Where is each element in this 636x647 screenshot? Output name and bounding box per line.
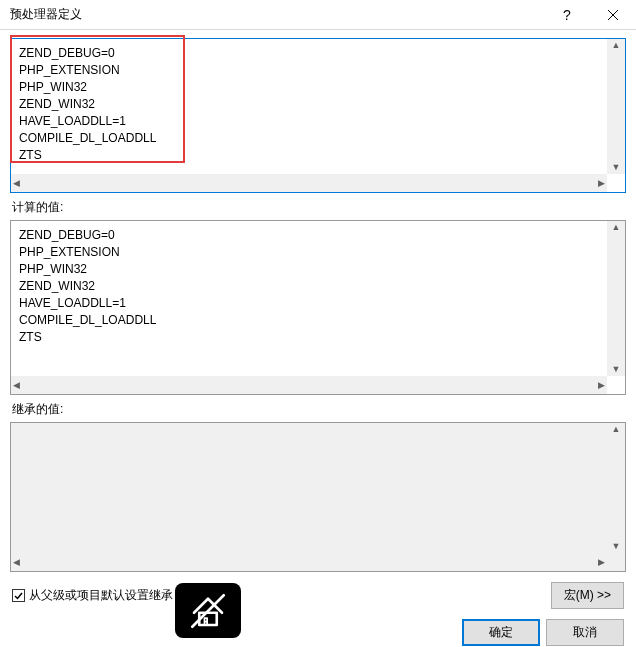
computed-values-box: ZEND_DEBUG=0 PHP_EXTENSION PHP_WIN32 ZEN… bbox=[10, 220, 626, 395]
help-button[interactable]: ? bbox=[544, 0, 590, 30]
scroll-down-icon: ▼ bbox=[612, 542, 621, 551]
dialog-content: ZEND_DEBUG=0 PHP_EXTENSION PHP_WIN32 ZEN… bbox=[0, 30, 636, 647]
scroll-left-icon: ◀ bbox=[13, 558, 20, 567]
horizontal-scrollbar[interactable]: ◀ ▶ bbox=[11, 553, 607, 571]
vertical-scrollbar[interactable]: ▲ ▼ bbox=[607, 423, 625, 553]
ok-button[interactable]: 确定 bbox=[462, 619, 540, 646]
inherit-checkbox[interactable] bbox=[12, 589, 25, 602]
watermark-badge bbox=[175, 583, 241, 638]
cancel-button[interactable]: 取消 bbox=[546, 619, 624, 646]
scroll-right-icon: ▶ bbox=[598, 381, 605, 390]
scroll-up-icon: ▲ bbox=[612, 223, 621, 232]
inherited-values-box: ▲ ▼ ◀ ▶ bbox=[10, 422, 626, 572]
definitions-editor[interactable]: ZEND_DEBUG=0 PHP_EXTENSION PHP_WIN32 ZEN… bbox=[10, 38, 626, 193]
horizontal-scrollbar[interactable]: ◀ ▶ bbox=[11, 174, 607, 192]
dialog-buttons: 确定 取消 bbox=[10, 619, 626, 646]
footer-row: 从父级或项目默认设置继承 宏(M) >> bbox=[10, 582, 626, 609]
definitions-text[interactable]: ZEND_DEBUG=0 PHP_EXTENSION PHP_WIN32 ZEN… bbox=[11, 39, 607, 174]
inherit-checkbox-row[interactable]: 从父级或项目默认设置继承 bbox=[12, 587, 551, 604]
computed-label: 计算的值: bbox=[12, 199, 626, 216]
macro-button[interactable]: 宏(M) >> bbox=[551, 582, 624, 609]
checkmark-icon bbox=[13, 590, 24, 601]
scroll-right-icon: ▶ bbox=[598, 179, 605, 188]
scroll-left-icon: ◀ bbox=[13, 381, 20, 390]
close-icon bbox=[608, 10, 618, 20]
window-title: 预处理器定义 bbox=[10, 6, 544, 23]
vertical-scrollbar[interactable]: ▲ ▼ bbox=[607, 221, 625, 376]
scroll-down-icon: ▼ bbox=[612, 365, 621, 374]
inherited-label: 继承的值: bbox=[12, 401, 626, 418]
inherited-text bbox=[11, 423, 607, 553]
scroll-right-icon: ▶ bbox=[598, 558, 605, 567]
scroll-left-icon: ◀ bbox=[13, 179, 20, 188]
title-bar: 预处理器定义 ? bbox=[0, 0, 636, 30]
vertical-scrollbar[interactable]: ▲ ▼ bbox=[607, 39, 625, 174]
inherit-label: 从父级或项目默认设置继承 bbox=[29, 587, 173, 604]
computed-text: ZEND_DEBUG=0 PHP_EXTENSION PHP_WIN32 ZEN… bbox=[11, 221, 607, 376]
scroll-down-icon: ▼ bbox=[612, 163, 621, 172]
horizontal-scrollbar[interactable]: ◀ ▶ bbox=[11, 376, 607, 394]
scroll-up-icon: ▲ bbox=[612, 41, 621, 50]
close-button[interactable] bbox=[590, 0, 636, 30]
scroll-up-icon: ▲ bbox=[612, 425, 621, 434]
no-translate-icon bbox=[187, 590, 229, 632]
